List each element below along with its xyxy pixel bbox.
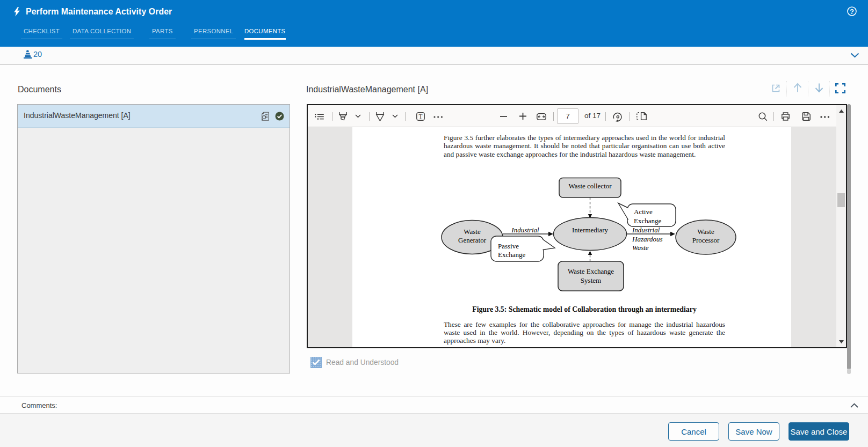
svg-text:Exchange: Exchange — [498, 251, 525, 259]
svg-text:Waste collector: Waste collector — [568, 182, 612, 190]
svg-text:Active: Active — [634, 208, 653, 216]
svg-text:Hazardous: Hazardous — [632, 235, 663, 243]
svg-text:Industrial: Industrial — [511, 226, 539, 234]
svg-text:?: ? — [850, 8, 854, 16]
svg-text:Waste: Waste — [697, 228, 714, 236]
svg-text:Industrial: Industrial — [632, 226, 660, 234]
svg-text:Waste: Waste — [464, 228, 481, 236]
svg-text:Passive: Passive — [498, 242, 519, 250]
svg-text:Generator: Generator — [458, 236, 487, 244]
svg-text:Waste Exchange: Waste Exchange — [568, 267, 614, 275]
svg-text:T: T — [418, 113, 422, 120]
svg-text:Waste: Waste — [632, 244, 649, 252]
svg-text:Exchange: Exchange — [634, 217, 661, 225]
svg-text:Processor: Processor — [692, 236, 720, 244]
svg-text:System: System — [581, 276, 601, 284]
svg-text:Intermediary: Intermediary — [572, 226, 609, 234]
